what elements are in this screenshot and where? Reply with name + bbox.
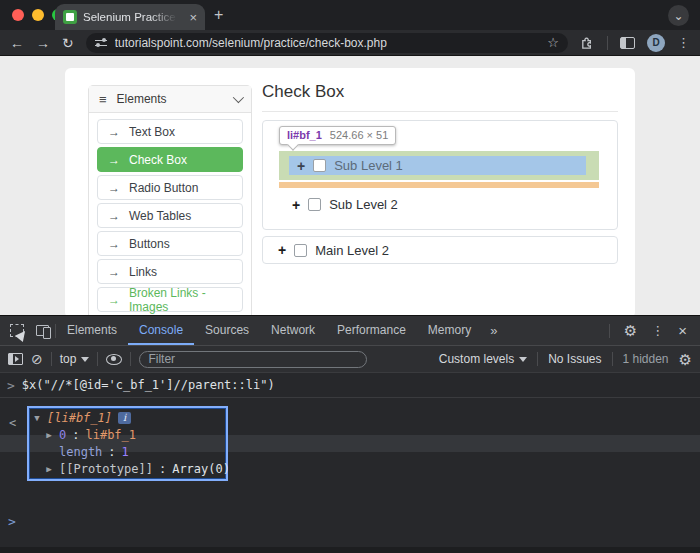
caret-down-icon xyxy=(519,357,527,362)
devtools-tab-sources[interactable]: Sources xyxy=(194,316,260,345)
sidebar-item-radio-button[interactable]: → Radio Button xyxy=(97,175,243,200)
devtools-tab-console[interactable]: Console xyxy=(128,316,194,345)
inspect-overlay-margin xyxy=(279,182,599,188)
tooltip-element-name: li#bf_1 xyxy=(287,129,322,141)
sidebar-item-check-box[interactable]: → Check Box xyxy=(97,147,243,172)
sidebar-header[interactable]: ≡ Elements xyxy=(89,86,251,113)
bookmark-star-icon[interactable]: ☆ xyxy=(547,35,559,50)
property-value: 1 xyxy=(122,445,129,459)
info-badge-icon[interactable]: i xyxy=(118,412,131,424)
devtools-settings-icon[interactable]: ⚙ xyxy=(624,323,637,338)
new-tab-button[interactable]: + xyxy=(214,6,223,24)
forward-button[interactable]: → xyxy=(36,36,50,50)
tab-strip: Selenium Practice - Check Bo × + ⌄ xyxy=(0,0,700,30)
expand-icon[interactable]: + xyxy=(278,243,286,257)
issues-counter[interactable]: No Issues xyxy=(548,352,601,366)
array-preview: [li#bf_1] xyxy=(47,411,112,425)
sidebar-item-label: Check Box xyxy=(129,153,187,167)
sidebar-item-web-tables[interactable]: → Web Tables xyxy=(97,203,243,228)
tree-row-sub-level-1[interactable]: + Sub Level 1 xyxy=(289,156,586,175)
execution-context-selector[interactable]: top xyxy=(60,352,90,366)
minimize-window-button[interactable] xyxy=(32,9,44,21)
tab-title: Selenium Practice - Check Bo xyxy=(83,11,177,23)
console-output[interactable]: > $x("//*[@id='c_bf_1']//parent::li") < … xyxy=(0,373,700,553)
checkbox[interactable] xyxy=(308,198,321,211)
caret-down-icon xyxy=(81,357,89,362)
sidebar-item-broken-links[interactable]: → Broken Links - Images xyxy=(97,287,243,312)
sidebar-item-label: Web Tables xyxy=(129,209,191,223)
toolbar-divider xyxy=(607,36,608,50)
inspect-element-icon[interactable] xyxy=(10,324,24,337)
result-preview-line[interactable]: ▼ [li#bf_1] i xyxy=(33,409,222,426)
extensions-icon[interactable] xyxy=(580,35,595,50)
devtools-tab-memory[interactable]: Memory xyxy=(417,316,482,345)
arrow-right-icon: → xyxy=(108,265,120,279)
console-filter-input[interactable] xyxy=(139,351,367,368)
console-settings-icon[interactable]: ⚙ xyxy=(679,352,692,367)
console-sidebar-icon[interactable] xyxy=(8,353,23,365)
expand-icon[interactable]: + xyxy=(292,198,300,212)
sidebar-list: → Text Box → Check Box → Radio Button → … xyxy=(89,113,251,315)
property-row[interactable]: length: 1 xyxy=(33,443,222,460)
property-key: length xyxy=(59,445,102,459)
sidebar-item-links[interactable]: → Links xyxy=(97,259,243,284)
browser-tab[interactable]: Selenium Practice - Check Bo × xyxy=(55,4,205,30)
console-input-row[interactable]: > xyxy=(8,514,16,529)
console-result-focused[interactable]: ▼ [li#bf_1] i ▶ 0: li#bf_1 length: 1 ▶ xyxy=(27,406,228,481)
devtools-menu-icon[interactable]: ⋮ xyxy=(651,324,664,337)
tab-search-button[interactable]: ⌄ xyxy=(668,5,689,26)
devtools-close-icon[interactable]: × xyxy=(678,323,687,338)
sidebar-item-text-box[interactable]: → Text Box xyxy=(97,119,243,144)
site-info-icon[interactable] xyxy=(95,38,107,48)
more-tabs-icon[interactable]: » xyxy=(482,323,504,338)
tree-row-main-level-2[interactable]: + Main Level 2 xyxy=(263,237,617,263)
clear-console-icon[interactable]: ⊘ xyxy=(31,352,43,366)
checkbox[interactable] xyxy=(294,244,307,257)
triangle-open-icon[interactable]: ▼ xyxy=(33,413,41,423)
checkbox[interactable] xyxy=(313,159,326,172)
live-expression-eye-icon[interactable] xyxy=(106,354,122,365)
property-row[interactable]: ▶ [[Prototype]]: Array(0) xyxy=(33,460,222,477)
url-text[interactable]: tutorialspoint.com/selenium/practice/che… xyxy=(115,36,387,50)
context-label: top xyxy=(60,352,77,366)
chevron-down-icon xyxy=(233,92,244,103)
arrow-right-icon: → xyxy=(108,209,120,223)
return-value-icon: < xyxy=(9,416,16,430)
property-key: 0 xyxy=(59,428,66,442)
elements-sidebar: ≡ Elements → Text Box → Check Box → xyxy=(88,85,252,315)
devtools-tab-elements[interactable]: Elements xyxy=(56,316,128,345)
devtools-tab-network[interactable]: Network xyxy=(260,316,326,345)
browser-window: Selenium Practice - Check Bo × + ⌄ ← → ↻… xyxy=(0,0,700,553)
input-prompt-icon: > xyxy=(8,514,16,529)
checkbox-tree-group-2: + Main Level 2 xyxy=(262,236,618,264)
profile-avatar[interactable]: D xyxy=(647,34,665,52)
hamburger-icon: ≡ xyxy=(99,93,107,106)
log-levels-dropdown[interactable]: Custom levels xyxy=(439,352,527,366)
checkbox-tree-group-1: li#bf_1 524.66 × 51 + Sub Level 1 + xyxy=(262,120,618,230)
tree-label[interactable]: Main Level 2 xyxy=(315,243,389,258)
reload-button[interactable]: ↻ xyxy=(62,36,74,50)
hidden-messages-count[interactable]: 1 hidden xyxy=(623,352,669,366)
tree-row-sub-level-2[interactable]: + Sub Level 2 xyxy=(292,197,398,212)
devtools-tab-bar: Elements Console Sources Network Perform… xyxy=(0,316,700,346)
property-row[interactable]: ▶ 0: li#bf_1 xyxy=(33,426,222,443)
property-key: [[Prototype]] xyxy=(59,462,153,476)
tab-close-icon[interactable]: × xyxy=(189,11,197,24)
tree-label[interactable]: Sub Level 1 xyxy=(334,158,403,173)
main-content: Check Box li#bf_1 524.66 × 51 + Sub Leve… xyxy=(262,82,618,264)
expand-icon[interactable]: + xyxy=(297,159,305,173)
devtools-tab-performance[interactable]: Performance xyxy=(326,316,417,345)
back-button[interactable]: ← xyxy=(10,36,24,50)
tree-label[interactable]: Sub Level 2 xyxy=(329,197,398,212)
browser-menu-icon[interactable]: ⋮ xyxy=(677,36,690,49)
address-bar[interactable]: tutorialspoint.com/selenium/practice/che… xyxy=(86,33,568,53)
triangle-closed-icon[interactable]: ▶ xyxy=(45,464,53,474)
device-toolbar-icon[interactable] xyxy=(36,325,49,336)
close-window-button[interactable] xyxy=(12,9,24,21)
triangle-closed-icon[interactable]: ▶ xyxy=(45,430,53,440)
sidebar-item-buttons[interactable]: → Buttons xyxy=(97,231,243,256)
toolbar-divider xyxy=(609,324,610,338)
sidebar-item-label: Links xyxy=(129,265,157,279)
side-panel-icon[interactable] xyxy=(620,37,635,49)
toolbar-divider xyxy=(612,352,613,366)
